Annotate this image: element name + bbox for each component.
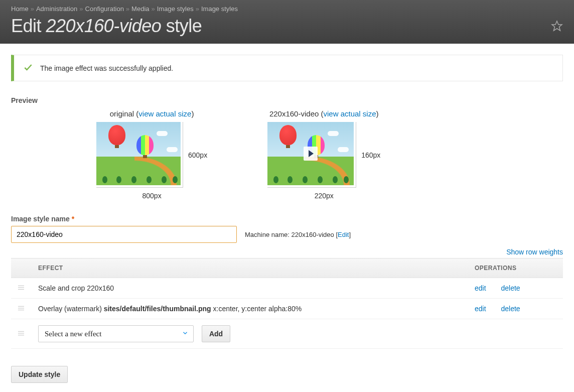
- machine-name: Machine name: 220x160-video [Edit]: [245, 231, 351, 238]
- preview-styled-height: 160px: [361, 151, 380, 159]
- edit-link[interactable]: edit: [475, 305, 486, 313]
- preview-original-title: original: [110, 109, 134, 118]
- breadcrumb-link[interactable]: Home: [11, 5, 29, 13]
- preview-styled-image: [267, 122, 354, 185]
- preview-styled: 220x160-video (view actual size) 160px: [267, 109, 380, 200]
- breadcrumb: Home»Administration»Configuration»Media»…: [11, 0, 563, 13]
- breadcrumb-link[interactable]: Administration: [36, 5, 77, 13]
- check-icon: [23, 62, 33, 74]
- breadcrumb-link[interactable]: Image styles: [201, 5, 238, 13]
- add-button[interactable]: Add: [202, 325, 230, 342]
- preview-original-image: [96, 122, 181, 185]
- effect-cell: Scale and crop 220x160: [31, 278, 468, 299]
- table-row: Scale and crop 220x160 edit delete: [11, 278, 563, 299]
- machine-name-edit[interactable]: Edit: [338, 231, 349, 238]
- add-effect-row: Select a new effect Add: [11, 319, 563, 349]
- col-operations: Operations: [468, 258, 563, 278]
- preview-styled-link[interactable]: view actual size: [324, 109, 376, 118]
- col-effect: Effect: [31, 258, 468, 278]
- preview-label: Preview: [11, 96, 563, 104]
- table-row: Overlay (watermark) sites/default/files/…: [11, 299, 563, 319]
- drag-handle-icon[interactable]: [11, 319, 31, 349]
- drag-handle-icon[interactable]: [11, 278, 31, 299]
- effect-cell: Overlay (watermark) sites/default/files/…: [31, 299, 468, 319]
- page-title: Edit 220x160-video style: [11, 16, 563, 37]
- edit-link[interactable]: edit: [475, 284, 486, 292]
- preview-original-width: 800px: [142, 192, 162, 200]
- new-effect-select[interactable]: Select a new effect: [38, 325, 194, 342]
- preview-styled-width: 220px: [315, 192, 334, 200]
- show-row-weights-link[interactable]: Show row weights: [506, 248, 563, 256]
- preview-original-link[interactable]: view actual size: [138, 109, 191, 118]
- name-field-label: Image style name *: [11, 215, 563, 223]
- preview-original-height: 600px: [188, 151, 207, 159]
- svg-marker-0: [552, 21, 562, 31]
- breadcrumb-link[interactable]: Image styles: [157, 5, 194, 13]
- breadcrumb-link[interactable]: Media: [131, 5, 149, 13]
- name-input[interactable]: [11, 226, 237, 243]
- favorite-star-icon[interactable]: [551, 20, 563, 32]
- update-style-button[interactable]: Update style: [11, 366, 68, 383]
- delete-link[interactable]: delete: [501, 305, 520, 313]
- breadcrumb-link[interactable]: Configuration: [85, 5, 124, 13]
- preview-original: original (view actual size) 600px 800px: [96, 109, 207, 200]
- play-icon: [304, 147, 318, 161]
- delete-link[interactable]: delete: [501, 284, 520, 292]
- status-text: The image effect was successfully applie…: [40, 64, 173, 72]
- effects-table: Effect Operations Scale and crop 220x160…: [11, 258, 563, 349]
- drag-handle-icon[interactable]: [11, 299, 31, 319]
- preview-styled-title: 220x160-video: [269, 109, 319, 118]
- status-message: The image effect was successfully applie…: [11, 55, 563, 81]
